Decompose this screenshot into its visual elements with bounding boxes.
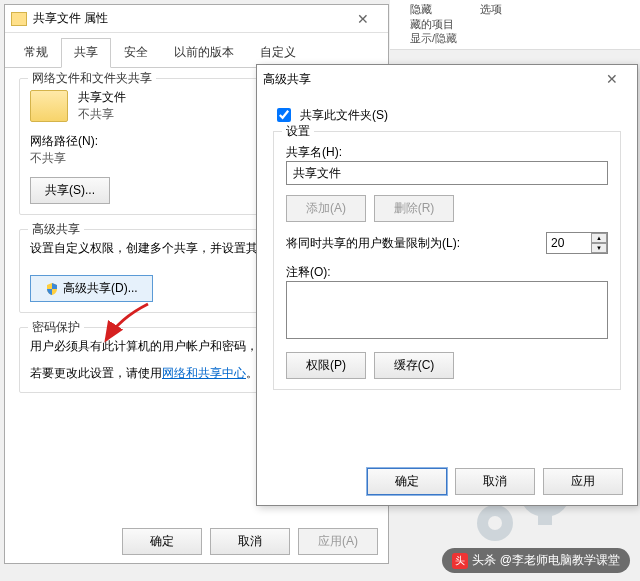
advanced-sharing-footer: 确定 取消 应用 (367, 468, 623, 495)
network-sharing-heading: 网络文件和文件夹共享 (28, 70, 156, 87)
advanced-sharing-button-label: 高级共享(D)... (63, 280, 138, 297)
advanced-sharing-heading: 高级共享 (28, 221, 84, 238)
permissions-button[interactable]: 权限(P) (286, 352, 366, 379)
folder-icon (30, 90, 68, 122)
watermark-handle: @李老师电脑教学课堂 (500, 552, 620, 569)
advanced-sharing-title: 高级共享 (263, 71, 311, 88)
settings-fieldset: 设置 共享名(H): 添加(A) 删除(R) 将同时共享的用户数量限制为(L):… (273, 131, 621, 390)
cancel-button[interactable]: 取消 (455, 468, 535, 495)
close-button[interactable]: ✕ (344, 7, 382, 31)
share-status: 不共享 (78, 106, 126, 123)
share-button[interactable]: 共享(S)... (30, 177, 110, 204)
ribbon-options-label[interactable]: 选项 (480, 2, 502, 17)
remove-button: 删除(R) (374, 195, 454, 222)
tab-general[interactable]: 常规 (11, 38, 61, 68)
spin-up-icon[interactable]: ▲ (591, 233, 607, 243)
properties-title: 共享文件 属性 (33, 10, 108, 27)
comment-input[interactable] (286, 281, 608, 339)
share-name-label: 共享名(H): (286, 144, 608, 161)
user-limit-spinner[interactable]: ▲▼ (546, 232, 608, 254)
properties-footer: 确定 取消 应用(A) (122, 528, 378, 555)
comment-label: 注释(O): (286, 264, 608, 281)
watermark: 头 头杀 @李老师电脑教学课堂 (442, 548, 630, 573)
apply-button[interactable]: 应用 (543, 468, 623, 495)
tab-sharing[interactable]: 共享 (61, 38, 111, 68)
settings-legend: 设置 (282, 123, 314, 140)
properties-titlebar[interactable]: 共享文件 属性 ✕ (5, 5, 388, 33)
tab-previous-versions[interactable]: 以前的版本 (161, 38, 247, 68)
shield-icon (45, 282, 59, 296)
explorer-ribbon-fragment: 隐藏藏的项目 选项 显示/隐藏 (390, 0, 640, 50)
close-button[interactable]: ✕ (593, 67, 631, 91)
share-name: 共享文件 (78, 89, 126, 106)
advanced-sharing-button[interactable]: 高级共享(D)... (30, 275, 153, 302)
properties-tabstrip: 常规 共享 安全 以前的版本 自定义 (5, 33, 388, 68)
advanced-sharing-dialog: 高级共享 ✕ 共享此文件夹(S) 设置 共享名(H): 添加(A) 删除(R) … (256, 64, 638, 506)
share-this-folder-checkbox[interactable]: 共享此文件夹(S) (273, 105, 621, 125)
tab-security[interactable]: 安全 (111, 38, 161, 68)
ribbon-hide-label: 隐藏藏的项目 (410, 2, 454, 32)
svg-point-7 (488, 516, 502, 530)
ribbon-group-label: 显示/隐藏 (410, 31, 457, 46)
svg-rect-3 (538, 513, 552, 525)
cancel-button[interactable]: 取消 (210, 528, 290, 555)
add-button: 添加(A) (286, 195, 366, 222)
share-this-folder-input[interactable] (277, 108, 291, 122)
advanced-sharing-titlebar[interactable]: 高级共享 ✕ (257, 65, 637, 93)
folder-icon (11, 12, 27, 26)
caching-button[interactable]: 缓存(C) (374, 352, 454, 379)
network-sharing-center-link[interactable]: 网络和共享中心 (162, 366, 246, 380)
watermark-logo-icon: 头 (452, 553, 468, 569)
password-protection-heading: 密码保护 (28, 319, 84, 336)
ok-button[interactable]: 确定 (122, 528, 202, 555)
ok-button[interactable]: 确定 (367, 468, 447, 495)
watermark-prefix: 头杀 (472, 552, 496, 569)
share-name-input[interactable] (286, 161, 608, 185)
share-this-folder-label: 共享此文件夹(S) (300, 107, 388, 124)
spin-down-icon[interactable]: ▼ (591, 243, 607, 253)
user-limit-label: 将同时共享的用户数量限制为(L): (286, 235, 460, 252)
apply-button: 应用(A) (298, 528, 378, 555)
